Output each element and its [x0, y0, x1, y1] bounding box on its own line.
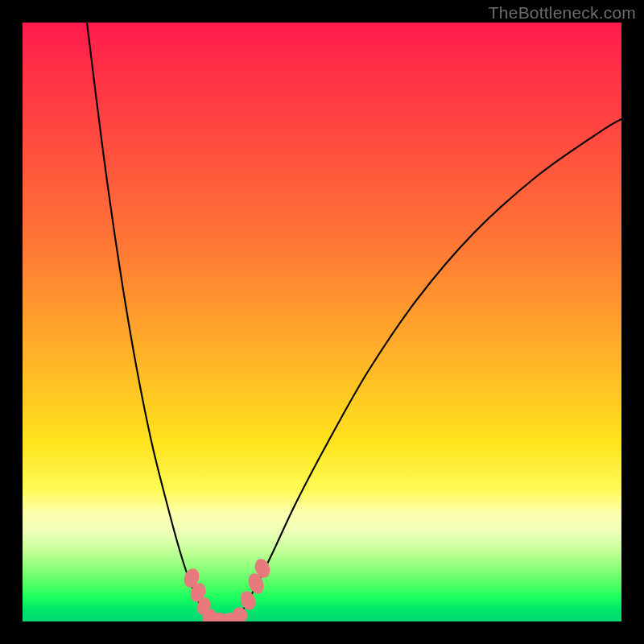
- curve-right-branch: [238, 119, 621, 618]
- trough-markers: [181, 557, 272, 621]
- chart-frame: TheBottleneck.com: [0, 0, 644, 644]
- curve-layer: [23, 23, 621, 621]
- plot-area: [23, 23, 621, 621]
- watermark-text: TheBottleneck.com: [489, 3, 636, 23]
- curve-left-branch: [87, 23, 206, 618]
